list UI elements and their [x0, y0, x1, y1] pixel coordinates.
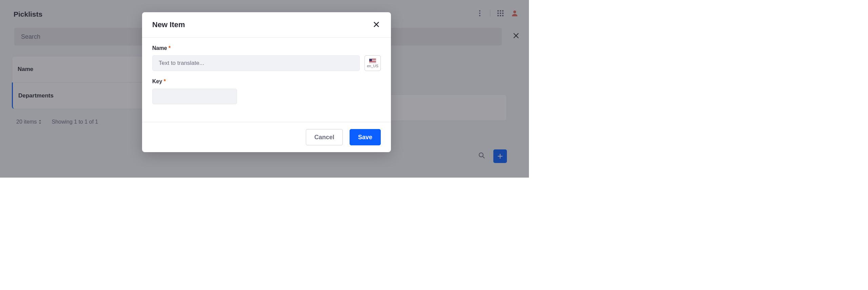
- name-label-text: Name: [152, 45, 167, 51]
- key-label: Key *: [152, 78, 381, 85]
- cancel-button[interactable]: Cancel: [306, 129, 343, 145]
- name-input-row: en_US: [152, 55, 381, 71]
- modal-header: New Item: [142, 12, 391, 37]
- name-input[interactable]: [152, 55, 360, 71]
- new-item-modal: New Item Name * en_US Key *: [142, 12, 391, 152]
- required-indicator: *: [169, 45, 171, 51]
- name-field-group: Name * en_US: [152, 45, 381, 71]
- modal-body: Name * en_US Key *: [142, 38, 391, 122]
- locale-selector[interactable]: en_US: [364, 55, 381, 71]
- key-label-text: Key: [152, 78, 162, 84]
- us-flag-icon: [369, 59, 376, 63]
- locale-label: en_US: [367, 64, 378, 68]
- key-field-group: Key *: [152, 78, 381, 104]
- required-indicator: *: [164, 78, 166, 84]
- save-button[interactable]: Save: [350, 129, 381, 145]
- modal-title: New Item: [152, 20, 185, 29]
- close-icon[interactable]: [373, 21, 381, 29]
- name-label: Name *: [152, 45, 381, 51]
- modal-footer: Cancel Save: [142, 122, 391, 152]
- key-input[interactable]: [152, 89, 237, 104]
